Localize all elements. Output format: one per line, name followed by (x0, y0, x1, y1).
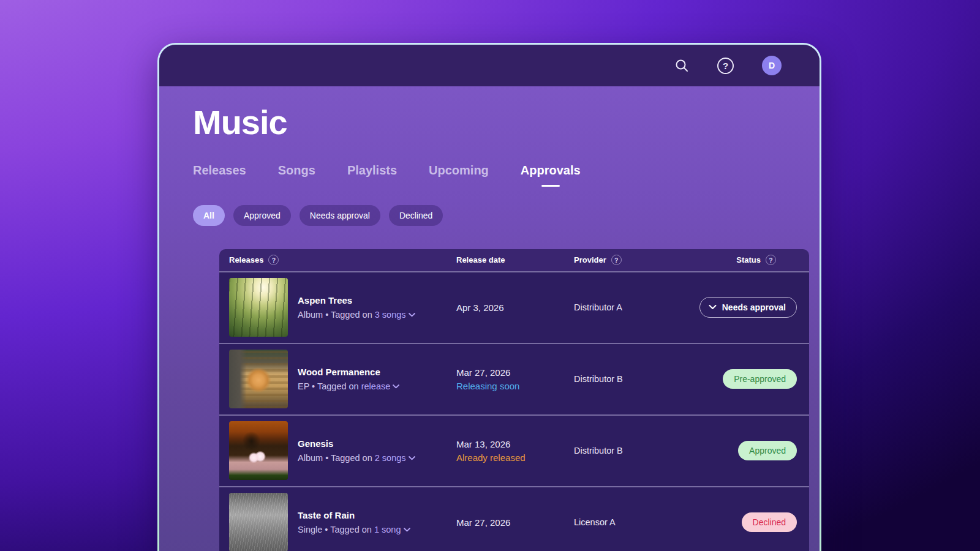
release-info: Genesis Album • Tagged on 2 songs (298, 438, 415, 463)
release-note: Already released (456, 452, 574, 463)
app-window-inner: ? D Music Releases Songs (159, 45, 820, 551)
search-icon (674, 58, 689, 73)
avatar-initial: D (769, 61, 775, 70)
date-cell: Mar 27, 2026 Releasing soon (456, 367, 574, 391)
column-header-status: Status ? (681, 255, 809, 265)
help-glyph: ? (723, 61, 728, 70)
provider-value: Licensor A (574, 517, 681, 527)
column-label: Release date (456, 255, 505, 264)
provider-value: Distributor B (574, 374, 681, 384)
column-header-release-date: Release date (456, 255, 574, 264)
status-cell: Needs approval (681, 297, 809, 318)
column-header-provider: Provider ? (574, 255, 681, 265)
status-help-icon[interactable]: ? (766, 255, 776, 265)
releases-help-icon[interactable]: ? (268, 255, 279, 265)
tagged-songs-link[interactable]: 3 songs (375, 310, 415, 320)
status-badge-approved: Approved (738, 441, 797, 460)
help-button[interactable]: ? (717, 58, 734, 74)
tab-label: Approvals (521, 163, 581, 178)
column-label: Releases (229, 255, 263, 264)
tab-upcoming[interactable]: Upcoming (429, 163, 489, 187)
date-cell: Apr 3, 2026 (456, 302, 574, 313)
tab-releases[interactable]: Releases (193, 163, 246, 187)
provider-value: Distributor A (574, 302, 681, 312)
release-cell: Genesis Album • Tagged on 2 songs (219, 421, 456, 480)
release-cell: Wood Permanence EP • Tagged on release (219, 350, 456, 408)
tab-playlists[interactable]: Playlists (347, 163, 397, 187)
table-header: Releases ? Release date Provider ? (219, 249, 809, 271)
tab-indicator (210, 185, 228, 187)
topbar: ? D (159, 45, 820, 86)
tab-label: Upcoming (429, 163, 489, 178)
chevron-down-icon (409, 456, 415, 460)
status-cell: Pre-approved (681, 369, 809, 389)
release-info: Wood Permanence EP • Tagged on release (298, 367, 399, 391)
avatar: D (762, 56, 782, 75)
status-badge-pre-approved: Pre-approved (723, 369, 797, 389)
status-dropdown-needs-approval[interactable]: Needs approval (699, 297, 797, 318)
release-meta: Album • Tagged on 2 songs (298, 453, 415, 463)
main-content: Music Releases Songs Playlists Upcoming (159, 86, 820, 551)
release-info: Aspen Trees Album • Tagged on 3 songs (298, 295, 415, 320)
column-label: Status (736, 255, 761, 264)
release-cell: Taste of Rain Single • Tagged on 1 song (219, 493, 456, 551)
app-window: ? D Music Releases Songs (157, 43, 821, 551)
provider-value: Distributor B (574, 446, 681, 455)
release-meta: Album • Tagged on 3 songs (298, 310, 415, 320)
tab-indicator (287, 185, 306, 187)
release-meta-prefix: EP • Tagged on (298, 381, 359, 391)
tab-label: Releases (193, 163, 246, 178)
chevron-down-icon (709, 305, 717, 310)
filter-chip-needs-approval[interactable]: Needs approval (300, 205, 380, 226)
release-date: Mar 13, 2026 (456, 439, 574, 449)
tab-indicator (450, 185, 468, 187)
chevron-down-icon (409, 313, 415, 317)
approvals-table: Releases ? Release date Provider ? (219, 249, 809, 551)
tagged-song-link[interactable]: 1 song (374, 525, 410, 534)
date-cell: Mar 13, 2026 Already released (456, 439, 574, 463)
tagged-release-link[interactable]: release (361, 381, 400, 391)
release-info: Taste of Rain Single • Tagged on 1 song (298, 510, 410, 534)
help-icon: ? (717, 58, 734, 74)
release-note: Releasing soon (456, 381, 574, 391)
filter-chip-declined[interactable]: Declined (389, 205, 443, 226)
tab-indicator (363, 185, 381, 187)
tagged-link-label: 2 songs (375, 453, 406, 463)
release-date: Mar 27, 2026 (456, 367, 574, 378)
tab-songs[interactable]: Songs (278, 163, 315, 187)
release-meta: EP • Tagged on release (298, 381, 399, 391)
release-date: Mar 27, 2026 (456, 517, 574, 528)
provider-help-icon[interactable]: ? (611, 255, 622, 265)
tagged-link-label: release (361, 381, 391, 391)
table-row-aspen-trees[interactable]: Aspen Trees Album • Tagged on 3 songs Ap… (219, 271, 809, 343)
album-art-wood-permanence (229, 350, 288, 408)
tab-label: Playlists (347, 163, 397, 178)
date-cell: Mar 27, 2026 (456, 517, 574, 528)
column-header-releases: Releases ? (219, 255, 456, 265)
tagged-link-label: 3 songs (375, 310, 406, 320)
status-badge-declined: Declined (742, 512, 797, 532)
active-tab-indicator (541, 185, 560, 187)
search-button[interactable] (674, 58, 689, 73)
status-cell: Declined (681, 512, 809, 532)
release-title: Wood Permanence (298, 367, 399, 377)
filter-chip-approved[interactable]: Approved (233, 205, 291, 226)
tagged-songs-link[interactable]: 2 songs (375, 453, 415, 463)
help-glyph: ? (614, 257, 618, 264)
table-row-wood-permanence[interactable]: Wood Permanence EP • Tagged on release M… (219, 343, 809, 414)
release-title: Genesis (298, 438, 415, 449)
status-filter-chips: All Approved Needs approval Declined (193, 205, 820, 226)
account-button[interactable]: D (762, 56, 782, 75)
filter-chip-all[interactable]: All (193, 205, 225, 226)
album-art-taste-of-rain (229, 493, 288, 551)
status-label: Needs approval (722, 302, 786, 312)
tab-label: Songs (278, 163, 315, 178)
tab-approvals[interactable]: Approvals (521, 163, 581, 187)
table-row-genesis[interactable]: Genesis Album • Tagged on 2 songs Mar 13… (219, 414, 809, 486)
album-art-genesis (229, 421, 288, 480)
table-row-taste-of-rain[interactable]: Taste of Rain Single • Tagged on 1 song … (219, 486, 809, 551)
release-title: Taste of Rain (298, 510, 410, 520)
release-meta-prefix: Album • Tagged on (298, 310, 372, 320)
help-glyph: ? (769, 257, 772, 264)
release-cell: Aspen Trees Album • Tagged on 3 songs (219, 278, 456, 337)
